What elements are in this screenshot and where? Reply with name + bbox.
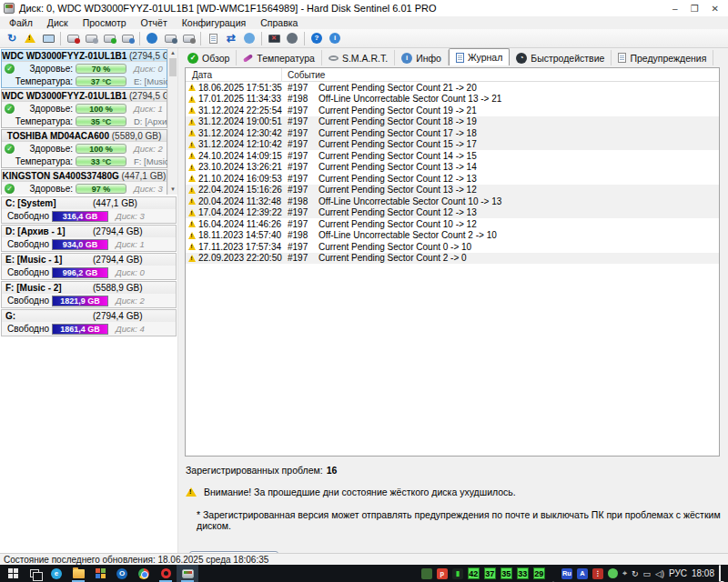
tray-temp-badge[interactable]: 29 bbox=[533, 567, 545, 579]
taskbar-outlook-icon[interactable]: O bbox=[111, 565, 133, 582]
journal-row[interactable]: 18.06.2025 17:51:35#197Current Pending S… bbox=[186, 82, 719, 94]
taskbar-explorer-icon[interactable] bbox=[67, 565, 89, 582]
partition-panel[interactable]: E: [Music - 1](2794,4 GB)Свободно996,2 G… bbox=[1, 253, 177, 280]
disk-gauge-icon-button[interactable] bbox=[64, 30, 82, 46]
journal-row[interactable]: 23.10.2024 13:26:21#197Current Pending S… bbox=[186, 162, 719, 174]
taskbar-edge-icon[interactable]: e bbox=[46, 565, 67, 582]
column-header-date[interactable]: Дата bbox=[186, 68, 282, 82]
tray-remote-icon[interactable]: ⌖ bbox=[622, 568, 627, 578]
column-header-event[interactable]: Событие bbox=[282, 70, 325, 80]
clock[interactable]: 18:08 bbox=[692, 568, 714, 578]
taskbar-hdsentinel-icon[interactable] bbox=[177, 565, 198, 582]
event-code: #197 bbox=[282, 253, 311, 263]
lang-switcher-ru-icon[interactable]: Ru bbox=[561, 568, 572, 579]
partition-panel[interactable]: G:(2794,4 GB)Свободно1861,4 GBДиск: 4 bbox=[1, 309, 177, 336]
journal-row[interactable]: 17.04.2024 12:39:22#197Current Pending S… bbox=[186, 207, 719, 219]
notification-icon[interactable] bbox=[719, 566, 721, 582]
taskbar-store-icon[interactable] bbox=[89, 565, 111, 582]
minimize-button[interactable]: – bbox=[672, 4, 678, 14]
tab-температура[interactable]: Температура bbox=[237, 50, 322, 65]
info-icon-button[interactable]: i bbox=[326, 30, 344, 46]
alert-icon-button[interactable] bbox=[21, 30, 39, 46]
disk-search-icon-button[interactable] bbox=[118, 30, 136, 46]
menu-item[interactable]: Файл bbox=[2, 17, 40, 28]
monitor-off-icon-button[interactable]: ✕ bbox=[265, 30, 283, 46]
tab-инфо[interactable]: iИнфо bbox=[395, 50, 449, 65]
tray-temp-badge[interactable]: 37 bbox=[484, 567, 496, 579]
window-title: Диск: 0, WDC WD3000FYYZ-01UL1B1 [WD-WMC1… bbox=[19, 3, 437, 14]
tray-volume-icon[interactable]: ◁) bbox=[655, 569, 664, 578]
sync-icon-button[interactable]: ⇄ bbox=[222, 30, 240, 46]
tray-status-dots-icon[interactable]: ⋮ bbox=[592, 568, 603, 579]
network-disk-icon-button[interactable] bbox=[143, 30, 161, 46]
journal-row[interactable]: 16.04.2024 11:46:26#197Current Pending S… bbox=[186, 218, 719, 230]
help-icon-button[interactable]: ? bbox=[308, 30, 326, 46]
pointer-icon[interactable] bbox=[550, 566, 557, 582]
journal-row[interactable]: 17.01.2025 11:34:33#198Off-Line Uncorrec… bbox=[186, 94, 719, 105]
warning-triangle-icon bbox=[188, 106, 196, 114]
network-share-icon-button[interactable] bbox=[240, 30, 258, 46]
taskbar-chrome-icon[interactable] bbox=[133, 565, 155, 582]
disk-eject-icon-button[interactable] bbox=[161, 30, 179, 46]
journal-row[interactable]: 31.12.2024 12:10:42#197Current Pending S… bbox=[186, 139, 719, 151]
scroll-down-icon[interactable]: ▼ bbox=[168, 185, 177, 195]
journal-row[interactable]: 31.12.2024 12:30:42#197Current Pending S… bbox=[186, 127, 719, 139]
tray-temp-badge[interactable]: 42 bbox=[468, 567, 480, 579]
disk-test-icon-button[interactable] bbox=[82, 30, 100, 46]
scroll-up-icon[interactable]: ▲ bbox=[168, 48, 177, 58]
disk-print-icon-button[interactable] bbox=[179, 30, 197, 46]
health-bar: 70 % bbox=[76, 64, 126, 74]
report-monitor-icon-button[interactable] bbox=[39, 30, 57, 46]
journal-row[interactable]: 17.11.2023 17:57:34#197Current Pending S… bbox=[186, 241, 719, 253]
menu-item[interactable]: Отчёт bbox=[134, 17, 175, 28]
disk-panel[interactable]: KINGSTON SA400S37480G (447,1 GB)✓Здоровь… bbox=[1, 169, 167, 195]
report-doc-icon-button[interactable] bbox=[204, 30, 222, 46]
close-button[interactable]: ✕ bbox=[712, 4, 719, 14]
tray-globe-icon[interactable] bbox=[608, 568, 618, 578]
maximize-button[interactable]: ❐ bbox=[691, 4, 699, 14]
power-icon-button[interactable] bbox=[283, 30, 301, 46]
punto-a-icon[interactable]: A bbox=[577, 568, 588, 579]
journal-row[interactable]: 18.11.2023 14:57:40#198Off-Line Uncorrec… bbox=[186, 230, 719, 242]
partition-panel[interactable]: C: [System](447,1 GB)Свободно316,4 GBДис… bbox=[1, 196, 177, 224]
tray-update-icon[interactable]: ↻ bbox=[632, 569, 639, 578]
tray-temp-badge[interactable]: 35 bbox=[500, 567, 512, 579]
disk-panel[interactable]: TOSHIBA MD04ACA600 (5589,0 GB)✓Здоровье:… bbox=[1, 129, 167, 168]
taskbar-opera-icon[interactable] bbox=[155, 565, 177, 582]
journal-row[interactable]: 21.10.2024 16:09:53#197Current Pending S… bbox=[186, 173, 719, 185]
journal-row[interactable]: 31.12.2024 22:25:54#197Current Pending S… bbox=[186, 105, 719, 116]
disk-temp-row: Температура:35 °CD: [Архив - 1] bbox=[2, 115, 167, 127]
disk-panel[interactable]: WDC WD3000FYYZ-01UL1B1 (2794,5 GB)✓Здоро… bbox=[1, 89, 167, 128]
tab-обзор[interactable]: ✓Обзор bbox=[181, 50, 237, 65]
journal-row[interactable]: 31.12.2024 19:00:51#197Current Pending S… bbox=[186, 116, 719, 128]
refresh-icon-button[interactable]: ↻ bbox=[3, 30, 21, 46]
start-button[interactable] bbox=[2, 565, 24, 582]
menu-item[interactable]: Диск bbox=[40, 17, 76, 28]
menu-item[interactable]: Просмотр bbox=[76, 17, 134, 28]
menu-item[interactable]: Конфигурация bbox=[175, 17, 253, 28]
tray-gpu-icon[interactable] bbox=[421, 568, 432, 579]
journal-row[interactable]: 20.04.2024 11:32:48#198Off-Line Uncorrec… bbox=[186, 196, 719, 207]
journal-row[interactable]: 22.04.2024 15:16:26#197Current Pending S… bbox=[186, 185, 719, 196]
tray-network-icon[interactable]: ▭ bbox=[643, 569, 652, 578]
tray-mixer-icon[interactable]: ▮ bbox=[452, 568, 463, 579]
tab-s-m-a-r-t-[interactable]: S.M.A.R.T. bbox=[322, 50, 395, 65]
scrollbar-thumb[interactable] bbox=[169, 58, 177, 76]
menu-item[interactable]: Справка bbox=[253, 17, 305, 28]
tray-app-red-icon[interactable]: p bbox=[437, 568, 448, 579]
tab-предупреждения[interactable]: Предупреждения bbox=[612, 50, 713, 65]
disk-panel[interactable]: WDC WD3000FYYZ-01UL1B1 (2794,5 GB)✓Здоро… bbox=[1, 49, 167, 88]
journal-row[interactable]: 24.10.2024 14:09:15#197Current Pending S… bbox=[186, 150, 719, 162]
task-view-button[interactable] bbox=[24, 565, 46, 582]
event-date: 16.04.2024 11:46:26 bbox=[198, 219, 282, 229]
disk-list-scrollbar[interactable]: ▲ ▼ bbox=[167, 48, 177, 195]
journal-row[interactable]: 22.09.2023 22:20:50#197Current Pending S… bbox=[186, 253, 719, 265]
disk-ok-icon-button[interactable] bbox=[100, 30, 118, 46]
warning-cell bbox=[186, 164, 198, 171]
tab-быстродействие[interactable]: ◔Быстродействие bbox=[510, 50, 612, 65]
partition-panel[interactable]: D: [Архив - 1](2794,4 GB)Свободно934,0 G… bbox=[1, 225, 177, 252]
language-indicator[interactable]: РУС bbox=[669, 568, 687, 578]
tray-temp-badge[interactable]: 33 bbox=[517, 567, 529, 579]
partition-panel[interactable]: F: [Music - 2](5588,9 GB)Свободно1821,9 … bbox=[1, 281, 177, 308]
tab-журнал[interactable]: Журнал bbox=[449, 48, 510, 65]
